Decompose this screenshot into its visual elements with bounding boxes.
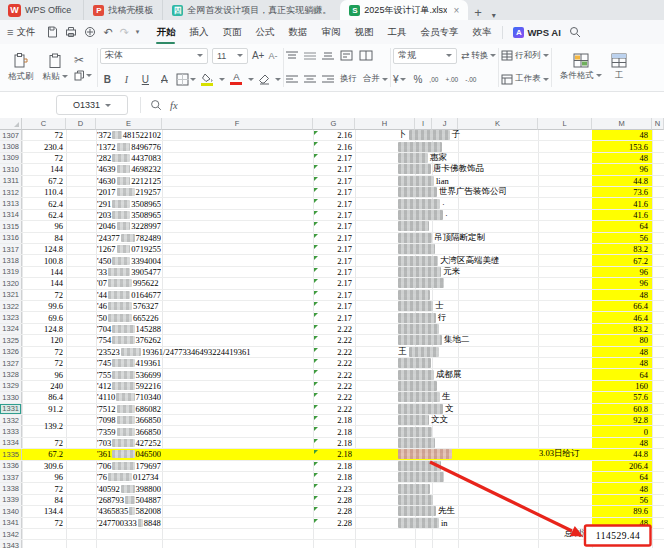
cell-C1317[interactable]: 124.8 bbox=[22, 244, 63, 254]
sheet-row[interactable]: 132672'2352319361/247733464932244193612.… bbox=[0, 347, 664, 358]
cell-K1317[interactable] bbox=[398, 244, 538, 254]
cell-C1341[interactable]: 72 bbox=[22, 518, 63, 528]
row-header-1322[interactable]: 1322 bbox=[0, 301, 22, 311]
cell-M1314[interactable]: 41.6 bbox=[592, 210, 652, 220]
cell-M1335[interactable]: 44.8 bbox=[592, 449, 652, 459]
row-header-1318[interactable]: 1318 bbox=[0, 255, 22, 265]
cell-C1313[interactable]: 62.4 bbox=[22, 198, 63, 208]
cell-K1330[interactable]: 生 bbox=[398, 392, 538, 402]
sheet-row[interactable]: 131167.2'463022121252.17lian44.8 bbox=[0, 176, 664, 187]
sheet-row[interactable]: 1324124.8'7041452882.2283.2 bbox=[0, 324, 664, 335]
row-header-1331[interactable]: 1331 bbox=[0, 404, 22, 414]
cell-K1326[interactable]: 王 bbox=[398, 347, 538, 357]
sheet-row[interactable]: 133086.4'41107103402.22生57.6 bbox=[0, 392, 664, 403]
cell-G1328[interactable]: 2.22 bbox=[313, 369, 352, 379]
cell-G1340[interactable]: 2.28 bbox=[313, 506, 352, 516]
sheet-row[interactable]: 132896'7555366992.22成都展64 bbox=[0, 369, 664, 380]
cell-E1320[interactable]: '07995622 bbox=[97, 278, 161, 288]
borders-button[interactable] bbox=[176, 73, 196, 86]
cell-G1318[interactable]: 2.17 bbox=[313, 255, 352, 265]
cell-G1316[interactable]: 2.17 bbox=[313, 233, 352, 243]
cell-E1323[interactable]: '50665226 bbox=[97, 312, 161, 322]
cell-M1331[interactable]: 60.8 bbox=[592, 404, 652, 414]
cell-C1307[interactable]: 72 bbox=[22, 130, 63, 140]
cell-K1314[interactable]: · bbox=[398, 210, 538, 220]
sheet-row[interactable]: 133472'7034272522.1848 bbox=[0, 438, 664, 449]
sheet-row[interactable]: 1342总利润 bbox=[0, 529, 664, 540]
cut-icon[interactable]: ✂ bbox=[74, 54, 92, 66]
row-header-1339[interactable]: 1339 bbox=[0, 495, 22, 505]
cell-C1331[interactable]: 91.2 bbox=[22, 404, 63, 414]
row-header-1324[interactable]: 1324 bbox=[0, 324, 22, 334]
row-header-1309[interactable]: 1309 bbox=[0, 153, 22, 163]
sheet-row[interactable]: 1325120'7543762622.22集地二80 bbox=[0, 335, 664, 346]
italic-button[interactable]: I bbox=[119, 74, 134, 85]
strikethrough-button[interactable]: A bbox=[157, 74, 172, 85]
wps-ai-button[interactable]: A WPS AI bbox=[507, 27, 566, 38]
cell-G1331[interactable]: 2.22 bbox=[313, 404, 352, 414]
row-header-1319[interactable]: 1319 bbox=[0, 267, 22, 277]
cell-K1339[interactable] bbox=[398, 495, 538, 505]
cell-E1337[interactable]: '76012734 bbox=[97, 472, 161, 482]
cell-K1327[interactable] bbox=[398, 358, 538, 368]
cell-G1335[interactable]: 2.18 bbox=[313, 449, 352, 459]
cell-K1322[interactable]: 士 bbox=[398, 301, 538, 311]
close-tab-icon[interactable]: × bbox=[453, 5, 459, 16]
font-size-select[interactable]: 11 bbox=[212, 48, 248, 64]
increase-decimal-button[interactable]: +.00 bbox=[445, 76, 458, 83]
tab-insert[interactable]: 插入 bbox=[182, 20, 215, 44]
sheet-row[interactable]: 131462.4'20335089652.17·41.6 bbox=[0, 210, 664, 221]
cell-G1308[interactable]: 2.16 bbox=[313, 141, 352, 151]
sheet-row[interactable]: 132172'4401646772.1748 bbox=[0, 290, 664, 301]
cell-G1322[interactable]: 2.17 bbox=[313, 301, 352, 311]
cell-M1319[interactable]: 96 bbox=[592, 267, 652, 277]
cell-M1325[interactable]: 80 bbox=[592, 335, 652, 345]
cell-C1316[interactable]: 84 bbox=[22, 233, 63, 243]
cell-E1308[interactable]: '13728496776 bbox=[97, 141, 161, 151]
row-header-1313[interactable]: 1313 bbox=[0, 198, 22, 208]
cell-G1310[interactable]: 2.17 bbox=[313, 164, 352, 174]
cell-E1331[interactable]: '7512686082 bbox=[97, 404, 161, 414]
sheet-row[interactable]: 1329240'4125922162.22160 bbox=[0, 381, 664, 392]
cell-M1307[interactable]: 48 bbox=[592, 130, 652, 140]
cell-G1323[interactable]: 2.17 bbox=[313, 312, 352, 322]
cell-K1341[interactable]: in bbox=[398, 518, 538, 528]
cell-C1329[interactable]: 240 bbox=[22, 381, 63, 391]
sheet-row[interactable]: 133191.2'75126860822.22文60.8 bbox=[0, 404, 664, 415]
tab-tools[interactable]: 工具 bbox=[380, 20, 413, 44]
cell-E1330[interactable]: '4110710340 bbox=[97, 392, 161, 402]
cell-M1328[interactable]: 64 bbox=[592, 369, 652, 379]
cell-E1334[interactable]: '703427252 bbox=[97, 438, 161, 448]
cell-M1312[interactable]: 73.6 bbox=[592, 187, 652, 197]
cell-K1311[interactable]: lian bbox=[398, 176, 538, 186]
number-format-select[interactable]: 常规 bbox=[393, 48, 457, 64]
cell-E1335[interactable]: '361046500 bbox=[97, 449, 161, 459]
sheet-row[interactable]: 1318100.8'45033940042.17大湾区高端美缝67.2 bbox=[0, 255, 664, 266]
cell-C1334[interactable]: 72 bbox=[22, 438, 63, 448]
cell-E1324[interactable]: '704145288 bbox=[97, 324, 161, 334]
cell-E1319[interactable]: '333905477 bbox=[97, 267, 161, 277]
cell-C1327[interactable]: 72 bbox=[22, 358, 63, 368]
cell-E1332[interactable]: '7098366850 bbox=[97, 415, 161, 425]
cell-K1324[interactable] bbox=[398, 324, 538, 334]
cell-G1332[interactable]: 2.18 bbox=[313, 415, 352, 425]
column-header-D[interactable]: D bbox=[66, 118, 96, 130]
file-menu[interactable]: ≡ 文件 bbox=[0, 26, 43, 39]
row-header-1312[interactable]: 1312 bbox=[0, 187, 22, 197]
cell-E1314[interactable]: '2033508965 bbox=[97, 210, 161, 220]
cell-C1310[interactable]: 144 bbox=[22, 164, 63, 174]
cell-M1321[interactable]: 48 bbox=[592, 290, 652, 300]
decrease-decimal-button[interactable]: -.00 bbox=[465, 76, 476, 83]
align-bottom-icon[interactable] bbox=[322, 51, 334, 61]
cell-C1325[interactable]: 120 bbox=[22, 335, 63, 345]
cell-K1319[interactable]: 元来 bbox=[398, 267, 538, 277]
sheet-row[interactable]: 1340134.4'43658355820082.28先生89.6 bbox=[0, 506, 664, 517]
cell-E1340[interactable]: '4365835582008 bbox=[97, 506, 161, 516]
share-icon[interactable] bbox=[84, 26, 96, 38]
cell-M1338[interactable]: 48 bbox=[592, 483, 652, 493]
sheet-row[interactable]: 130772'3724815221022.16卜子48 bbox=[0, 130, 664, 141]
sheet-row[interactable]: 132772'7454193612.2248 bbox=[0, 358, 664, 369]
row-header-1337[interactable]: 1337 bbox=[0, 472, 22, 482]
format-painter-button[interactable]: 格式刷 bbox=[5, 52, 37, 84]
cell-M1317[interactable]: 83.2 bbox=[592, 244, 652, 254]
